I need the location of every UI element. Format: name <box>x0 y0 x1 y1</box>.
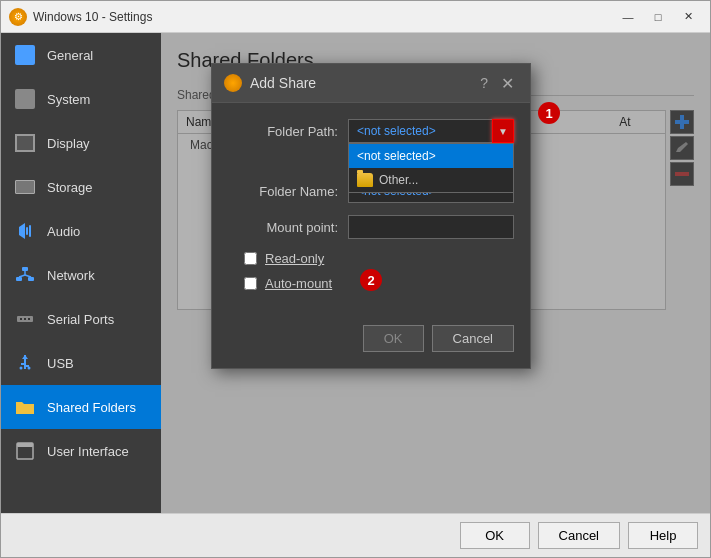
window: ⚙ Windows 10 - Settings — □ ✕ General Sy… <box>0 0 711 558</box>
help-button[interactable]: Help <box>628 522 698 549</box>
add-share-dialog: 1 2 Add Share ? ✕ <box>211 63 531 369</box>
sidebar-item-general[interactable]: General <box>1 33 161 77</box>
dialog-title-text: Add Share <box>250 75 316 91</box>
svg-line-7 <box>25 275 31 277</box>
svg-line-6 <box>19 275 25 277</box>
storage-icon <box>13 175 37 199</box>
svg-rect-14 <box>21 363 25 365</box>
dialog-cancel-button[interactable]: Cancel <box>432 325 514 352</box>
sidebar-item-audio[interactable]: Audio <box>1 209 161 253</box>
dialog-controls: ? ✕ <box>480 72 518 94</box>
automount-label: Auto-mount <box>265 276 332 291</box>
svg-point-17 <box>28 367 31 370</box>
dialog-title: Add Share <box>224 74 316 92</box>
folder-path-wrapper: ▼ <not selected> Other... <box>348 119 514 143</box>
readonly-label: Read-only <box>265 251 324 266</box>
readonly-checkbox[interactable] <box>244 252 257 265</box>
dialog-header: Add Share ? ✕ <box>212 64 530 103</box>
svg-marker-13 <box>22 355 28 359</box>
annotation-2: 2 <box>360 269 382 291</box>
user-interface-icon <box>13 439 37 463</box>
svg-rect-9 <box>20 318 22 320</box>
dialog-help-button[interactable]: ? <box>480 75 488 91</box>
app-icon: ⚙ <box>9 8 27 26</box>
dropdown-item-label: <not selected> <box>357 149 436 163</box>
sidebar-label-system: System <box>47 92 90 107</box>
content-panel: Shared Folders Shared Folders Name Path … <box>161 33 710 513</box>
serial-ports-icon <box>13 307 37 331</box>
window-controls: — □ ✕ <box>614 6 702 28</box>
modal-overlay: 1 2 Add Share ? ✕ <box>161 33 710 513</box>
sidebar-label-usb: USB <box>47 356 74 371</box>
shared-folders-icon <box>13 395 37 419</box>
svg-rect-0 <box>26 227 28 235</box>
sidebar-label-display: Display <box>47 136 90 151</box>
system-icon <box>13 87 37 111</box>
window-title: Windows 10 - Settings <box>33 10 614 24</box>
readonly-row: Read-only <box>228 251 514 266</box>
dialog-app-icon <box>224 74 242 92</box>
svg-rect-10 <box>24 318 26 320</box>
sidebar-item-display[interactable]: Display <box>1 121 161 165</box>
folder-path-dropdown-menu: <not selected> Other... <box>348 143 514 193</box>
sidebar: General System Display Storage <box>1 33 161 513</box>
minimize-button[interactable]: — <box>614 6 642 28</box>
sidebar-label-audio: Audio <box>47 224 80 239</box>
folder-path-dropdown-button[interactable]: ▼ <box>492 119 514 143</box>
svg-rect-3 <box>16 277 22 281</box>
ok-button[interactable]: OK <box>460 522 530 549</box>
sidebar-label-general: General <box>47 48 93 63</box>
bottom-bar: OK Cancel Help <box>1 513 710 557</box>
sidebar-label-serial-ports: Serial Ports <box>47 312 114 327</box>
svg-rect-11 <box>28 318 30 320</box>
mount-point-label: Mount point: <box>228 220 338 235</box>
dialog-footer: OK Cancel <box>212 317 530 368</box>
svg-rect-1 <box>29 225 31 237</box>
folder-path-label: Folder Path: <box>228 124 338 139</box>
title-bar: ⚙ Windows 10 - Settings — □ ✕ <box>1 1 710 33</box>
cancel-button[interactable]: Cancel <box>538 522 620 549</box>
dialog-ok-button[interactable]: OK <box>363 325 424 352</box>
dropdown-other-label: Other... <box>379 173 418 187</box>
audio-icon <box>13 219 37 243</box>
dropdown-item-other[interactable]: Other... <box>349 168 513 192</box>
folder-icon <box>357 173 373 187</box>
sidebar-label-user-interface: User Interface <box>47 444 129 459</box>
display-icon <box>13 131 37 155</box>
sidebar-item-user-interface[interactable]: User Interface <box>1 429 161 473</box>
network-icon <box>13 263 37 287</box>
sidebar-item-storage[interactable]: Storage <box>1 165 161 209</box>
mount-point-input[interactable] <box>348 215 514 239</box>
maximize-button[interactable]: □ <box>644 6 672 28</box>
folder-name-label: Folder Name: <box>228 184 338 199</box>
dialog-close-button[interactable]: ✕ <box>496 72 518 94</box>
svg-point-16 <box>20 367 23 370</box>
svg-rect-4 <box>28 277 34 281</box>
sidebar-item-shared-folders[interactable]: Shared Folders <box>1 385 161 429</box>
svg-rect-19 <box>17 443 33 447</box>
general-icon <box>13 43 37 67</box>
sidebar-label-shared-folders: Shared Folders <box>47 400 136 415</box>
sidebar-label-storage: Storage <box>47 180 93 195</box>
dropdown-item-not-selected[interactable]: <not selected> <box>349 144 513 168</box>
folder-path-row: Folder Path: ▼ <not selected> <box>228 119 514 143</box>
folder-path-input[interactable] <box>348 119 514 143</box>
mount-point-row: Mount point: <box>228 215 514 239</box>
sidebar-item-serial-ports[interactable]: Serial Ports <box>1 297 161 341</box>
usb-icon <box>13 351 37 375</box>
sidebar-item-network[interactable]: Network <box>1 253 161 297</box>
main-content: General System Display Storage <box>1 33 710 513</box>
svg-rect-2 <box>22 267 28 271</box>
annotation-1: 1 <box>538 102 560 124</box>
sidebar-item-usb[interactable]: USB <box>1 341 161 385</box>
close-button[interactable]: ✕ <box>674 6 702 28</box>
automount-checkbox[interactable] <box>244 277 257 290</box>
sidebar-item-system[interactable]: System <box>1 77 161 121</box>
sidebar-label-network: Network <box>47 268 95 283</box>
mount-point-wrapper <box>348 215 514 239</box>
